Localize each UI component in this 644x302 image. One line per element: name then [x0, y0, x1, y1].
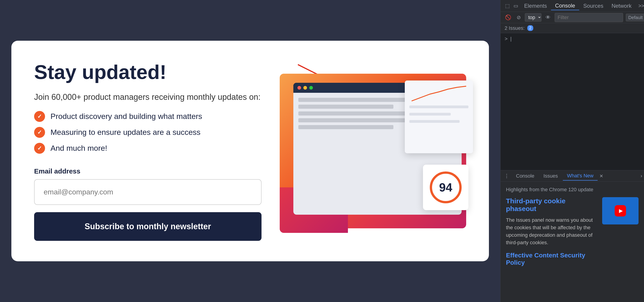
email-label: Email address: [34, 167, 262, 175]
tab-elements[interactable]: Elements: [520, 2, 551, 10]
filter-input[interactable]: [555, 13, 623, 22]
chart-line: [409, 106, 468, 108]
card-right: 94: [280, 74, 466, 228]
subscribe-button[interactable]: Subscribe to monthly newsletter: [34, 212, 262, 241]
chart-paper: [405, 80, 473, 153]
devtools-panel: ⬚ ▭ Elements Console Sources Network >> …: [500, 0, 644, 302]
tab-sources[interactable]: Sources: [579, 2, 608, 10]
bottom-tab-bar: ⋮ Console Issues What's New ✕ ›: [500, 170, 644, 182]
chart-line: [409, 120, 460, 123]
trend-chart: [409, 85, 468, 103]
list-item: Product discovery and building what matt…: [34, 111, 262, 122]
list-item: Measuring to ensure updates are a succes…: [34, 127, 262, 138]
inspect-icon[interactable]: ⬚: [503, 1, 512, 11]
content-line: [298, 104, 394, 109]
list-item-text-2: Measuring to ensure updates are a succes…: [50, 128, 200, 137]
chart-line: [409, 113, 451, 116]
highlights-text: Highlights from the Chrome 120 update: [506, 187, 638, 192]
context-select[interactable]: top: [525, 13, 542, 22]
third-party-desc: The Issues panel now warns you about the…: [506, 216, 598, 246]
log-levels-dropdown[interactable]: Default levels ▾: [626, 14, 644, 22]
effective-csp-title: Effective Content Security Policy: [506, 252, 598, 266]
prompt-symbol: >: [504, 36, 508, 42]
block-icon[interactable]: ⊘: [515, 13, 522, 22]
clear-icon[interactable]: 🚫: [504, 13, 512, 22]
tab-whats-new[interactable]: What's New: [563, 172, 598, 180]
score-number: 94: [430, 172, 462, 203]
dot-green: [309, 86, 313, 90]
devtools-toolbar: 🚫 ⊘ top 👁 Default levels ▾ ⚙: [500, 12, 644, 23]
subtext: Join 60,000+ product managers receiving …: [34, 92, 262, 102]
tab-issues-bottom[interactable]: Issues: [540, 172, 562, 180]
eye-icon[interactable]: 👁: [544, 13, 552, 22]
tab-console[interactable]: Console: [551, 2, 579, 10]
console-prompt: > |: [504, 36, 640, 42]
email-input[interactable]: [34, 179, 262, 205]
console-output: > |: [500, 33, 644, 170]
dot-yellow: [303, 86, 307, 90]
youtube-play-button[interactable]: [615, 205, 626, 216]
devtools-bottom-panel: ⋮ Console Issues What's New ✕ › Highligh…: [500, 170, 644, 302]
check-icon-1: [34, 111, 45, 122]
browser-area: Stay updated! Join 60,000+ product manag…: [0, 0, 500, 302]
dot-red: [298, 86, 301, 90]
list-item-text-1: Product discovery and building what matt…: [50, 112, 202, 121]
card-left: Stay updated! Join 60,000+ product manag…: [34, 61, 262, 241]
device-icon[interactable]: ▭: [512, 1, 520, 11]
tab-network[interactable]: Network: [608, 2, 636, 10]
issues-count: 2: [527, 25, 533, 31]
devtools-topbar: ⬚ ▭ Elements Console Sources Network >> …: [500, 0, 644, 12]
whats-new-content: Highlights from the Chrome 120 update Th…: [500, 182, 644, 302]
headline: Stay updated!: [34, 61, 262, 83]
newsletter-card: Stay updated! Join 60,000+ product manag…: [11, 41, 489, 261]
more-tabs-icon[interactable]: >>: [636, 2, 644, 10]
video-thumbnail[interactable]: [602, 197, 638, 224]
expand-icon[interactable]: ›: [640, 173, 642, 179]
checklist: Product discovery and building what matt…: [34, 111, 262, 154]
close-tab-icon[interactable]: ✕: [600, 173, 603, 179]
third-party-title: Third-party cookie phaseout: [506, 197, 598, 213]
issues-label: 2 Issues:: [504, 25, 524, 31]
score-badge: 94: [423, 165, 468, 210]
list-item: And much more!: [34, 143, 262, 154]
tab-console-bottom[interactable]: Console: [512, 172, 538, 180]
cursor: |: [510, 36, 512, 42]
bottom-more-icon[interactable]: ⋮: [502, 171, 511, 181]
content-line: [298, 125, 394, 129]
check-icon-2: [34, 127, 45, 138]
list-item-text-3: And much more!: [50, 144, 107, 152]
third-party-section: Third-party cookie phaseout The Issues p…: [506, 197, 638, 266]
issues-bar: 2 Issues: 2: [500, 23, 644, 33]
check-icon-3: [34, 143, 45, 154]
devtools-tabs: Elements Console Sources Network >>: [520, 2, 644, 10]
hero-illustration: 94: [280, 74, 466, 228]
issues-count-badge: 2: [527, 25, 533, 31]
